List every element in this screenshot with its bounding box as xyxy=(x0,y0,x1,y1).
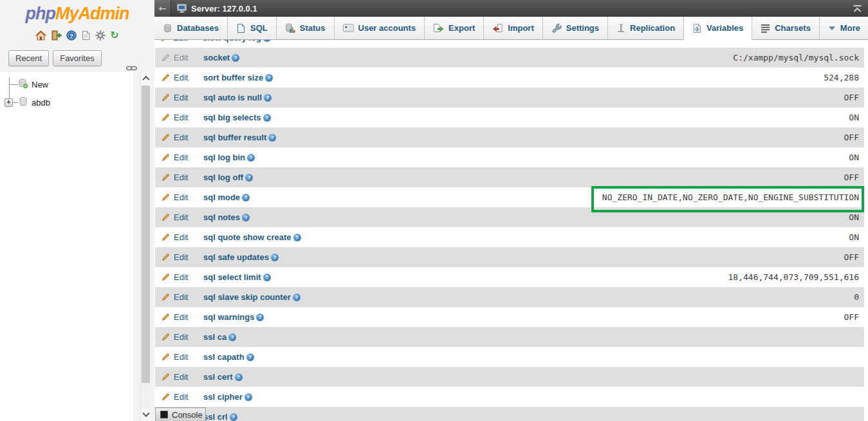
help-icon[interactable] xyxy=(256,313,264,321)
edit-link[interactable]: Edit xyxy=(155,113,197,122)
variable-name[interactable]: sql safe updates xyxy=(203,252,269,262)
edit-link[interactable]: Edit xyxy=(155,153,197,162)
edit-link[interactable]: Edit xyxy=(155,173,197,182)
variable-name[interactable]: sql big selects xyxy=(203,113,261,122)
variable-name[interactable]: sql notes xyxy=(203,212,240,222)
variable-name[interactable]: sql log off xyxy=(203,173,243,182)
help-icon[interactable] xyxy=(293,234,301,241)
variable-name[interactable]: sql log bin xyxy=(203,153,245,162)
tab-import[interactable]: Import xyxy=(484,17,542,40)
variable-name[interactable]: sql auto is null xyxy=(203,93,262,102)
phpmyadmin-logo[interactable]: phpMyAdmin xyxy=(0,4,154,24)
pencil-icon xyxy=(161,293,170,302)
scrollbar-down-button[interactable] xyxy=(141,409,151,421)
help-icon[interactable] xyxy=(245,393,252,401)
help-icon[interactable] xyxy=(245,174,253,182)
help-icon[interactable] xyxy=(232,54,239,62)
variable-name[interactable]: slow query log xyxy=(203,40,261,42)
edit-link[interactable]: Edit xyxy=(155,352,197,362)
variable-name[interactable]: sql warnings xyxy=(203,312,254,322)
console-button[interactable]: Console xyxy=(155,407,206,421)
tab-replication[interactable]: Replication xyxy=(608,17,684,40)
tab-settings[interactable]: Settings xyxy=(543,17,608,40)
help-icon[interactable] xyxy=(268,134,276,142)
refresh-icon[interactable]: ↻ xyxy=(110,30,118,41)
tab-more[interactable]: More xyxy=(820,17,868,40)
variable-name[interactable]: socket xyxy=(203,53,230,62)
help-icon[interactable] xyxy=(293,294,300,301)
edit-link[interactable]: Edit xyxy=(155,272,197,282)
edit-link[interactable]: Edit xyxy=(155,73,197,82)
recent-button[interactable]: Recent xyxy=(8,50,49,66)
edit-link[interactable]: Edit xyxy=(155,93,197,102)
variable-name[interactable]: ssl capath xyxy=(203,352,245,362)
docs-icon[interactable] xyxy=(81,30,91,41)
tab-export[interactable]: Export xyxy=(425,17,484,40)
tab-sql[interactable]: SQL xyxy=(228,17,277,40)
help-icon[interactable] xyxy=(235,373,243,381)
tab-variables[interactable]: Variables xyxy=(683,17,752,40)
variable-name[interactable]: sql mode xyxy=(203,192,240,202)
edit-link[interactable]: Edit xyxy=(155,312,197,322)
scrollbar-up-button[interactable] xyxy=(141,72,151,84)
table-row: Editsql log binON xyxy=(155,147,864,167)
variable-value: OFF xyxy=(844,133,864,142)
help-icon[interactable] xyxy=(230,413,237,421)
help-icon[interactable] xyxy=(242,214,250,221)
help-icon[interactable] xyxy=(228,333,236,341)
sql-icon xyxy=(236,23,246,33)
edit-link[interactable]: Edit xyxy=(155,133,197,142)
edit-link[interactable]: Edit xyxy=(155,252,197,262)
edit-link[interactable]: Edit xyxy=(155,212,197,222)
edit-link[interactable]: Edit xyxy=(155,372,197,382)
variable-value: OFF xyxy=(844,312,864,322)
help-icon[interactable] xyxy=(263,274,271,281)
help-icon[interactable] xyxy=(271,254,279,261)
edit-link[interactable]: Edit xyxy=(155,292,197,302)
variable-name[interactable]: ssl cipher xyxy=(203,392,243,402)
variable-name[interactable]: ssl ca xyxy=(203,332,226,342)
tree-line xyxy=(10,84,18,85)
edit-link[interactable]: Edit xyxy=(155,192,197,202)
variable-name[interactable]: ssl crl xyxy=(203,412,228,421)
edit-link[interactable]: Edit xyxy=(154,40,196,42)
help-icon[interactable] xyxy=(263,40,271,42)
variables-table-area: Editslow query log EditsocketC:/xampp/my… xyxy=(154,40,868,421)
variable-name[interactable]: sql select limit xyxy=(203,272,261,282)
pencil-icon xyxy=(161,333,170,342)
edit-link[interactable]: Edit xyxy=(155,332,197,342)
variable-name[interactable]: sql quote show create xyxy=(203,232,291,242)
logout-icon[interactable] xyxy=(51,30,62,41)
tree-expand-button[interactable]: + xyxy=(5,98,13,107)
variable-name[interactable]: sort buffer size xyxy=(203,73,263,82)
tree-item-new[interactable]: New xyxy=(18,77,48,91)
table-row: Editsql auto is nullOFF xyxy=(155,88,864,108)
console-icon xyxy=(160,411,168,418)
help-icon[interactable] xyxy=(246,353,254,361)
variable-name[interactable]: sql buffer result xyxy=(203,133,266,142)
variable-name[interactable]: ssl cert xyxy=(203,372,233,382)
help-icon[interactable] xyxy=(242,194,250,201)
back-arrow-button[interactable]: ← xyxy=(154,0,171,17)
help-icon[interactable] xyxy=(264,94,272,102)
favorites-button[interactable]: Favorites xyxy=(53,50,101,66)
table-row: Editssl cipher xyxy=(155,387,864,407)
scroll-top-icon[interactable] xyxy=(853,4,862,15)
tab-databases[interactable]: Databases xyxy=(154,17,228,40)
help-icon[interactable] xyxy=(263,114,271,122)
help-icon[interactable] xyxy=(247,154,255,162)
tree-item-abdb[interactable]: abdb xyxy=(18,95,50,109)
gear-icon[interactable] xyxy=(95,30,106,41)
scrollbar-thumb[interactable] xyxy=(142,86,150,383)
tab-charsets[interactable]: Charsets xyxy=(752,17,820,40)
edit-link[interactable]: Edit xyxy=(155,232,197,242)
sidebar-scrollbar[interactable] xyxy=(140,72,151,421)
tab-status[interactable]: Status xyxy=(277,17,335,40)
variable-value: C:/xampp/mysql/mysql.sock xyxy=(733,53,864,62)
home-icon[interactable] xyxy=(35,30,46,41)
question-icon[interactable]: ? xyxy=(66,30,77,41)
variable-name[interactable]: sql slave skip counter xyxy=(203,292,291,302)
help-icon[interactable] xyxy=(265,74,273,82)
tab-user-accounts[interactable]: User accounts xyxy=(335,17,425,40)
edit-link[interactable]: Edit xyxy=(155,392,197,402)
